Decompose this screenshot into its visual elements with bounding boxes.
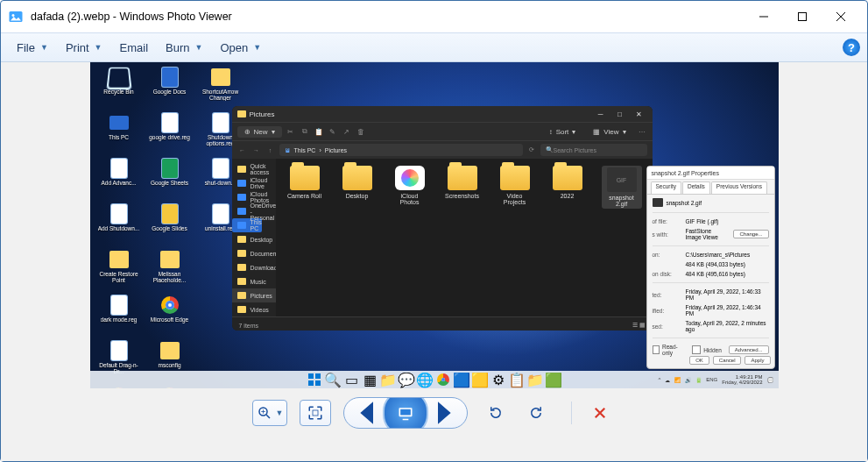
up-icon[interactable]: ↑ [265, 145, 276, 155]
tab-details[interactable]: Details [682, 181, 710, 194]
explorer-addressbar: ← → ↑ 🖥 This PC › Pictures ⟳ 🔍 Search Pi… [232, 140, 653, 159]
prev-button[interactable] [344, 398, 383, 428]
desktop-edge[interactable]: Microsoft Edge [145, 294, 195, 339]
ok-button[interactable]: OK [689, 356, 709, 365]
slideshow-button[interactable] [383, 397, 428, 429]
fit-button[interactable] [300, 400, 331, 426]
tab-security[interactable]: Security [651, 181, 681, 194]
desktop-google-drive[interactable]: google drive.reg [145, 111, 195, 157]
minimize-button[interactable] [745, 1, 783, 32]
file-video-projects[interactable]: Video Projects [497, 166, 533, 205]
system-tray[interactable]: ^☁📶🔊🔋 ENG 1:49:21 PMFriday, 4/29/2022 💬 [658, 374, 773, 385]
change-button[interactable]: Change... [733, 230, 768, 238]
paste-icon[interactable]: 📋 [314, 126, 324, 137]
desktop-melissan[interactable]: Melissan Placeholde... [145, 248, 195, 294]
menu-file[interactable]: File▼ [8, 36, 57, 59]
desktop-google-sheets[interactable]: Google Sheets [145, 157, 195, 203]
photo-viewport: Recycle BinGoogle DocsShortcutArrow Chan… [1, 62, 867, 461]
grid-view-icon[interactable]: ▦ [639, 322, 646, 329]
maximize-button[interactable] [783, 1, 822, 32]
nav-onedrive-personal[interactable]: OneDrive - Personal [232, 204, 276, 218]
rotate-ccw-button[interactable] [480, 398, 512, 428]
explorer-status: 7 items ☰ ▦ [232, 316, 653, 331]
app1-icon[interactable]: 🟦 [455, 373, 469, 387]
copy-icon[interactable]: ⧉ [300, 126, 310, 137]
nav-documents[interactable]: Documents [232, 246, 276, 260]
app5-icon[interactable]: 📁 [528, 373, 542, 387]
desktop-google-docs[interactable]: Google Docs [145, 66, 195, 111]
cancel-button[interactable]: Cancel [713, 356, 742, 365]
file-desktop[interactable]: Desktop [339, 166, 376, 199]
desktop-this-pc[interactable]: This PC [94, 111, 145, 157]
menu-print[interactable]: Print▼ [57, 36, 111, 59]
taskview-icon[interactable]: ▭ [344, 373, 358, 387]
nav-quick-access[interactable]: Quick access [232, 162, 276, 176]
explorer-icon[interactable]: 📁 [381, 373, 395, 387]
explorer-close[interactable]: ✕ [632, 106, 647, 122]
app3-icon[interactable]: ⚙ [491, 373, 505, 387]
app4-icon[interactable]: 📋 [510, 373, 524, 387]
nav-pictures[interactable]: Pictures [232, 288, 276, 302]
zoom-button[interactable]: ▼ [252, 400, 288, 426]
file-snapshot2[interactable]: GIFsnapshot 2.gif [602, 166, 642, 209]
app6-icon[interactable]: 🟩 [547, 373, 561, 387]
advanced-button[interactable]: Advanced... [729, 345, 769, 354]
nav-videos[interactable]: Videos [232, 302, 276, 316]
nav-this-pc[interactable]: This PC [232, 218, 262, 232]
nav-downloads[interactable]: Downloads [232, 260, 276, 274]
svg-rect-6 [315, 380, 321, 386]
view-button[interactable]: ▦ View ▾ [586, 126, 632, 138]
menu-email[interactable]: Email [111, 36, 158, 59]
edge-icon[interactable]: 🌐 [418, 373, 432, 387]
menu-burn[interactable]: Burn▼ [157, 36, 211, 59]
widgets-icon[interactable]: ▦ [363, 373, 377, 387]
back-icon[interactable]: ← [237, 145, 248, 155]
file-screenshots[interactable]: Screenshots [444, 166, 481, 199]
delete-button[interactable] [584, 398, 616, 428]
menu-open[interactable]: Open▼ [211, 36, 270, 59]
explorer-min[interactable]: ─ [593, 106, 609, 122]
desktop-add-shutdown[interactable]: Add Shutdown... [94, 203, 145, 248]
nav-icloud-drive[interactable]: iCloud Drive [232, 176, 276, 190]
path-bar[interactable]: 🖥 This PC › Pictures [279, 144, 523, 156]
cut-icon[interactable]: ✂ [286, 126, 296, 137]
more-icon[interactable]: ⋯ [637, 126, 647, 137]
file-icloud-photos[interactable]: iCloud Photos [392, 166, 428, 205]
apply-button[interactable]: Apply [745, 356, 770, 365]
details-view-icon[interactable]: ☰ [632, 322, 638, 329]
search-icon[interactable]: 🔍 [326, 373, 340, 387]
hidden-checkbox[interactable]: Hidden [692, 345, 722, 354]
explorer-max[interactable]: □ [612, 106, 628, 122]
prop-filename: snapshot 2.gif [667, 200, 702, 206]
desktop-shortcut-arrow-changer[interactable]: ShortcutArrow Changer [195, 66, 246, 111]
nav-desktop[interactable]: Desktop [232, 232, 276, 246]
readonly-checkbox[interactable]: Read-only [653, 344, 684, 356]
desktop-google-slides[interactable]: Google Slides [145, 203, 195, 248]
help-icon[interactable]: ? [843, 39, 860, 56]
share-icon[interactable]: ↗ [342, 126, 352, 137]
new-button[interactable]: ⊕ New ▾ [237, 126, 282, 138]
rename-icon[interactable]: ✎ [328, 126, 338, 137]
file-2022[interactable]: 2022 [549, 166, 586, 199]
start-icon[interactable] [307, 373, 321, 387]
refresh-icon[interactable]: ⟳ [526, 145, 537, 155]
viewer-controls: ▼ [252, 388, 617, 437]
rotate-cw-button[interactable] [520, 398, 552, 428]
chrome-tb-icon[interactable] [436, 373, 450, 387]
desktop-restore-point[interactable]: Create Restore Point [94, 248, 145, 294]
desktop-add-advanced[interactable]: Add Advanc... [94, 157, 145, 203]
tab-previous[interactable]: Previous Versions [711, 181, 767, 194]
desktop-recycle-bin[interactable]: Recycle Bin [94, 66, 145, 111]
delete-icon[interactable]: 🗑 [356, 126, 366, 137]
close-button[interactable] [822, 1, 860, 32]
chat-icon[interactable]: 💬 [399, 373, 413, 387]
next-button[interactable] [428, 398, 467, 428]
nav-music[interactable]: Music [232, 274, 276, 288]
svg-rect-2 [799, 13, 807, 21]
app2-icon[interactable]: 🟨 [473, 373, 487, 387]
file-camera-roll[interactable]: Camera Roll [286, 166, 323, 199]
search-input[interactable]: 🔍 Search Pictures [540, 144, 647, 156]
sort-button[interactable]: ↕ Sort ▾ [542, 126, 583, 138]
desktop-dark-mode[interactable]: dark mode.reg [94, 294, 145, 339]
fwd-icon[interactable]: → [251, 145, 262, 155]
